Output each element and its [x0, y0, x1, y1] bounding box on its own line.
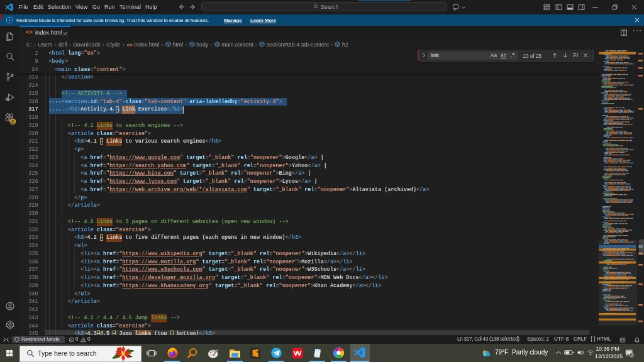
svg-text:2: 2	[631, 353, 633, 357]
